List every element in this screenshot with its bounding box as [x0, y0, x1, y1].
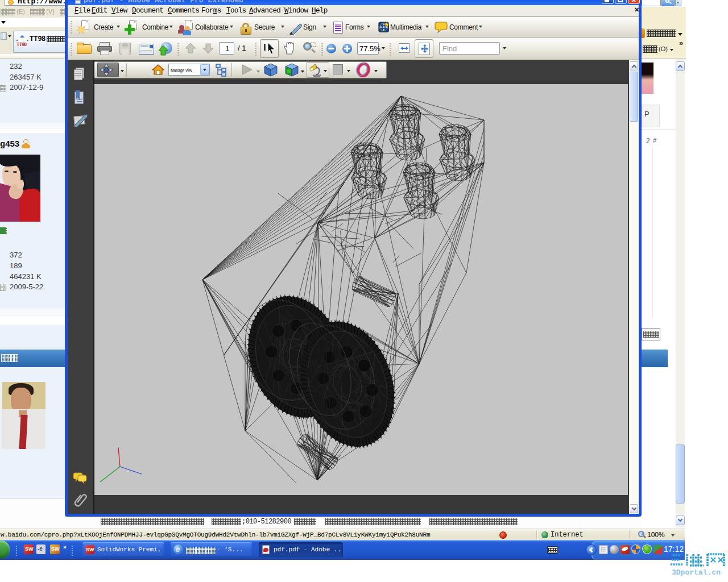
svg-text:3Dportal.cn: 3Dportal.cn — [672, 568, 721, 577]
